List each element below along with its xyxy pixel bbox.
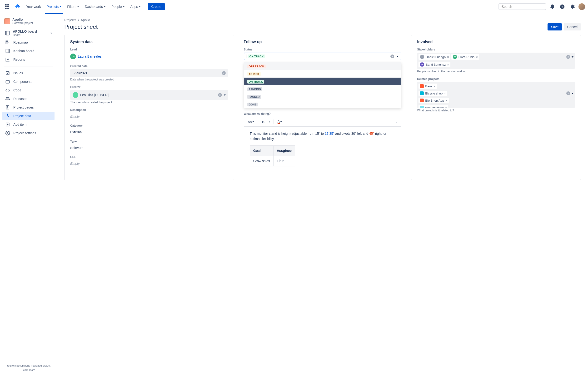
- gear-icon: [5, 131, 10, 135]
- jira-logo-icon[interactable]: [15, 4, 20, 10]
- field-help: People involved in the decision making: [417, 70, 575, 73]
- clear-icon[interactable]: ×: [566, 55, 570, 59]
- text-color-button[interactable]: A: [276, 119, 283, 125]
- avatar-icon: SB: [420, 62, 424, 67]
- field-help: The user who created the project: [70, 101, 228, 104]
- description-value[interactable]: Empty: [70, 113, 228, 120]
- svg-point-12: [7, 133, 8, 134]
- remove-icon[interactable]: ×: [447, 55, 449, 59]
- releases-icon: [5, 96, 10, 101]
- status-option-pending[interactable]: PENDING: [244, 85, 401, 93]
- type-value[interactable]: Software: [70, 145, 228, 151]
- goals-table: GoalAssginee Grow salesFlora: [250, 146, 295, 166]
- project-header: Apollo Software project: [2, 18, 54, 28]
- avatar-icon: [73, 92, 78, 98]
- sidebar-issues[interactable]: Issues: [2, 69, 54, 77]
- user-avatar[interactable]: [578, 3, 585, 10]
- notifications-icon[interactable]: [548, 3, 556, 11]
- add-icon: [5, 122, 10, 127]
- help-icon[interactable]: ?: [559, 3, 566, 11]
- status-option-atrisk[interactable]: AT RISK: [244, 70, 401, 78]
- sidebar-code[interactable]: Code: [2, 86, 54, 94]
- url-label: URL: [70, 155, 228, 159]
- app-switcher-icon[interactable]: [4, 4, 10, 10]
- italic-button[interactable]: I: [267, 119, 271, 125]
- related-chip[interactable]: Bio Shop App×: [418, 98, 449, 103]
- status-option-paused[interactable]: PAUSED: [244, 93, 401, 100]
- sidebar-kanban[interactable]: Kanban board: [2, 47, 54, 55]
- stakeholder-chip[interactable]: Daniel Luengo×: [418, 54, 450, 60]
- avatar-icon: LB: [70, 54, 76, 59]
- sidebar-settings[interactable]: Project settings: [2, 129, 54, 137]
- category-value[interactable]: External: [70, 129, 228, 135]
- clear-icon[interactable]: ×: [222, 71, 226, 75]
- table-cell[interactable]: Grow sales: [250, 156, 273, 166]
- help-button[interactable]: ?: [394, 119, 399, 125]
- stakeholders-box[interactable]: Daniel Luengo× FRFlora Rubio× × SBSanti …: [417, 53, 575, 69]
- nav-apps[interactable]: Apps: [128, 3, 143, 10]
- sidebar-project-data[interactable]: Project data: [2, 112, 54, 120]
- sidebar-add-item[interactable]: Add item: [2, 120, 54, 129]
- project-icon: [4, 18, 10, 24]
- search-input[interactable]: [502, 5, 543, 9]
- board-select[interactable]: APOLLO board Board: [2, 28, 54, 38]
- nav-people[interactable]: People: [109, 3, 127, 10]
- remove-icon[interactable]: ×: [445, 99, 447, 102]
- nav-filters[interactable]: Filters: [65, 3, 81, 10]
- remove-icon[interactable]: ×: [444, 92, 446, 95]
- save-button[interactable]: Save: [548, 23, 562, 30]
- board-icon: [5, 30, 10, 36]
- clear-icon[interactable]: ×: [390, 54, 394, 58]
- remove-icon[interactable]: ×: [434, 84, 436, 88]
- related-chip[interactable]: Blue Initiative×: [418, 105, 448, 108]
- remove-icon[interactable]: ×: [445, 106, 447, 108]
- board-title: APOLLO board: [13, 29, 37, 33]
- height-link[interactable]: 17.35": [325, 132, 334, 135]
- status-option-done[interactable]: DONE: [244, 100, 401, 108]
- sidebar-components[interactable]: Components: [2, 77, 54, 86]
- url-value[interactable]: Empty: [70, 160, 228, 167]
- chevron-down-icon[interactable]: [572, 93, 574, 94]
- editor-body[interactable]: This monitor stand is height-adjustable …: [244, 126, 401, 171]
- top-nav: Your work Projects Filters Dashboards Pe…: [0, 0, 588, 13]
- nav-dashboards[interactable]: Dashboards: [82, 3, 108, 10]
- remove-icon[interactable]: ×: [447, 63, 449, 67]
- stakeholder-chip[interactable]: SBSanti Beneitez×: [418, 62, 450, 67]
- status-select[interactable]: ON TRACK ×: [244, 53, 401, 60]
- related-projects-box[interactable]: Bank× Bicycle shop× × Bio Shop App× Blue…: [417, 82, 575, 108]
- settings-icon[interactable]: [568, 3, 576, 11]
- sidebar-reports[interactable]: Reports: [2, 55, 54, 64]
- breadcrumb-root[interactable]: Projects: [64, 18, 76, 22]
- table-cell[interactable]: Flora: [273, 156, 295, 166]
- chevron-down-icon: [252, 121, 254, 122]
- stakeholder-chip[interactable]: FRFlora Rubio×: [451, 54, 479, 60]
- breadcrumb-current[interactable]: Apollo: [81, 18, 90, 22]
- learn-more-link[interactable]: Learn more: [5, 368, 52, 371]
- chevron-down-icon: [123, 6, 125, 7]
- lead-user[interactable]: LB Laura Barreales: [70, 53, 228, 60]
- status-badge: ON TRACK: [248, 54, 265, 58]
- remove-icon[interactable]: ×: [476, 55, 478, 59]
- status-option-ontrack[interactable]: ON TRACK: [244, 78, 401, 85]
- bold-button[interactable]: B: [261, 119, 266, 125]
- related-chip[interactable]: Bicycle shop×: [418, 91, 447, 96]
- cancel-button[interactable]: Cancel: [564, 23, 581, 30]
- sidebar-roadmap[interactable]: Roadmap: [2, 38, 54, 47]
- chevron-down-icon[interactable]: [572, 56, 574, 58]
- issues-icon: [5, 71, 10, 75]
- nav-your-work[interactable]: Your work: [24, 3, 43, 10]
- created-date-input[interactable]: 3/29/2021 ×: [70, 69, 228, 77]
- nav-projects[interactable]: Projects: [44, 3, 64, 10]
- sidebar-releases[interactable]: Releases: [2, 94, 54, 103]
- create-button[interactable]: Create: [148, 3, 164, 10]
- sidebar-pages[interactable]: Project pages: [2, 103, 54, 112]
- related-chip[interactable]: Bank×: [418, 83, 437, 89]
- breadcrumb: Projects / Apollo: [64, 18, 581, 22]
- creator-select[interactable]: Leo Diaz [DEISER] ×: [70, 90, 228, 100]
- search-box[interactable]: [498, 3, 546, 10]
- clear-icon[interactable]: ×: [566, 91, 570, 95]
- text-style-button[interactable]: Aa: [246, 119, 256, 125]
- status-option-offtrack[interactable]: OFF TRACK: [244, 62, 401, 70]
- code-icon: [5, 88, 10, 93]
- clear-icon[interactable]: ×: [218, 93, 222, 97]
